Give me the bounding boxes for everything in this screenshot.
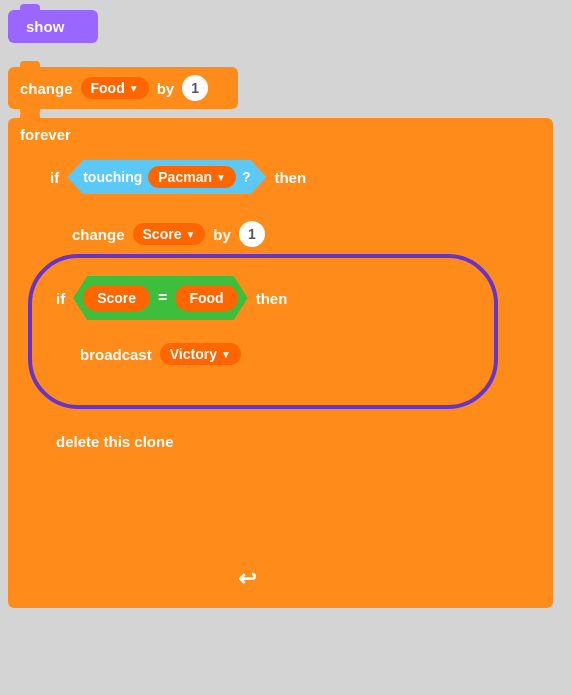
if-label-1: if [50,169,59,186]
touching-label: touching [83,169,142,185]
victory-dropdown-arrow: ▼ [221,349,231,360]
pacman-dropdown[interactable]: Pacman ▼ [148,166,236,188]
pacman-dropdown-arrow: ▼ [216,172,226,183]
show-label: show [26,18,64,35]
question-mark: ? [242,169,251,185]
then-label-1: then [274,169,306,186]
delete-clone-label: delete this clone [56,433,174,450]
if-touching-block[interactable]: if touching Pacman ▼ ? then [38,152,498,202]
score-pill-label: Score [97,290,136,306]
touching-sensor[interactable]: touching Pacman ▼ ? [67,160,266,194]
if-score-food-block[interactable]: if Score = Food then [44,268,524,328]
broadcast-label: broadcast [80,346,152,363]
score-value: 1 [248,226,256,242]
food-label: Food [91,80,125,96]
victory-dropdown[interactable]: Victory ▼ [160,343,241,365]
by-label: by [157,80,175,97]
then-label-2: then [256,290,288,307]
value-label: 1 [191,80,199,96]
empty-block [38,475,278,511]
change-label: change [20,80,73,97]
loop-arrow: ↩ [238,566,256,592]
score-label: Score [143,226,182,242]
score-dropdown[interactable]: Score ▼ [133,223,206,245]
scratch-area: show change Food ▼ by 1 forever ↩ if tou… [0,0,572,695]
score-pill[interactable]: Score [83,285,150,311]
food-pill[interactable]: Food [175,285,237,311]
show-block[interactable]: show [8,10,98,43]
food-pill-label: Food [189,290,223,306]
pacman-label: Pacman [158,169,212,185]
food-dropdown[interactable]: Food ▼ [81,77,149,99]
by-label-2: by [213,226,231,243]
victory-label: Victory [170,346,217,362]
change-food-block[interactable]: change Food ▼ by 1 [8,67,238,109]
score-equals-food-condition: Score = Food [73,276,247,320]
score-dropdown-arrow: ▼ [185,229,195,240]
value-circle[interactable]: 1 [182,75,208,101]
equals-sign: = [158,289,167,307]
food-dropdown-arrow: ▼ [129,83,139,94]
change-score-block[interactable]: change Score ▼ by 1 [60,213,440,255]
broadcast-block[interactable]: broadcast Victory ▼ [68,335,318,373]
forever-label: forever [8,118,553,151]
if-label-2: if [56,290,65,307]
score-value-circle[interactable]: 1 [239,221,265,247]
change-score-label: change [72,226,125,243]
delete-clone-block[interactable]: delete this clone [38,425,238,458]
